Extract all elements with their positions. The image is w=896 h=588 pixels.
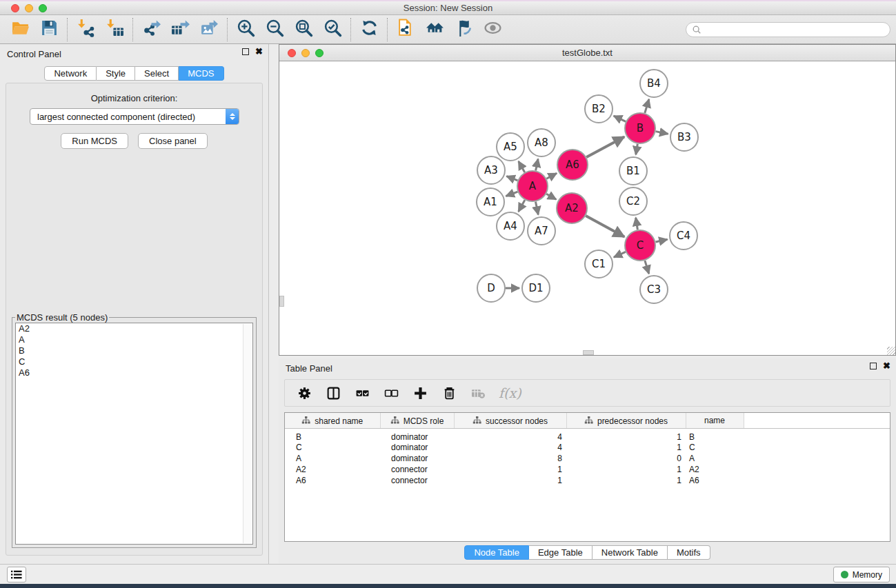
zoom-fit-button[interactable] <box>289 17 318 42</box>
network-minimize-button[interactable] <box>301 49 310 57</box>
graph-edge[interactable] <box>586 136 624 157</box>
save-session-button[interactable] <box>34 17 63 42</box>
mcds-result-item[interactable]: A <box>16 334 252 345</box>
resize-grip[interactable] <box>887 347 895 355</box>
memory-button[interactable]: Memory <box>833 567 890 582</box>
graph-node-B2[interactable]: B2 <box>585 95 613 123</box>
graph-node-A4[interactable]: A4 <box>497 212 524 240</box>
select-all-icon[interactable] <box>354 385 370 401</box>
close-panel-button[interactable]: Close panel <box>138 133 208 149</box>
run-mcds-button[interactable]: Run MCDS <box>61 133 128 149</box>
search-input[interactable] <box>705 24 884 34</box>
tab-node-table[interactable]: Node Table <box>464 545 529 560</box>
graph-node-B[interactable]: B <box>625 113 655 143</box>
graph-edge[interactable] <box>614 116 626 121</box>
column-header-name[interactable]: name <box>686 413 744 428</box>
vertical-scroll-thumb[interactable] <box>279 296 284 307</box>
graph-node-B3[interactable]: B3 <box>670 123 698 151</box>
show-column-icon[interactable] <box>325 385 341 401</box>
graph-edge[interactable] <box>645 99 649 113</box>
network-canvas[interactable]: B4B2BB3B1A5A8A6A3AA1C2A2A4A7C4CC1C3DD1 <box>279 61 895 355</box>
graph-node-C1[interactable]: C1 <box>585 250 613 278</box>
mcds-result-item[interactable]: B <box>16 345 252 356</box>
graph-edge[interactable] <box>586 216 624 237</box>
graph-node-A8[interactable]: A8 <box>528 129 555 156</box>
graph-node-D[interactable]: D <box>477 274 505 302</box>
graph-edge[interactable] <box>546 173 557 179</box>
network-close-button[interactable] <box>288 49 296 57</box>
tab-mcds[interactable]: MCDS <box>179 66 223 81</box>
graph-node-A1[interactable]: A1 <box>477 188 504 216</box>
graph-edge[interactable] <box>614 252 626 257</box>
graph-node-B1[interactable]: B1 <box>619 157 647 185</box>
close-table-panel-icon[interactable]: ✖ <box>883 363 890 369</box>
mcds-result-item[interactable]: A2 <box>16 323 252 334</box>
column-header-mcds-role[interactable]: MCDS role <box>380 413 454 428</box>
graph-node-A2[interactable]: A2 <box>557 193 587 223</box>
close-window-button[interactable] <box>11 4 19 12</box>
horizontal-scroll-thumb[interactable] <box>583 350 594 355</box>
home-button[interactable] <box>420 17 449 42</box>
graph-edge[interactable] <box>636 218 638 230</box>
criterion-select[interactable]: largest connected component (directed) <box>30 108 239 125</box>
graph-edge[interactable] <box>506 192 518 196</box>
float-panel-icon[interactable] <box>242 48 249 55</box>
column-header-successor-nodes[interactable]: successor nodes <box>454 413 566 428</box>
result-scrollbar[interactable] <box>243 324 252 543</box>
graph-edge[interactable] <box>519 200 525 212</box>
graph-node-C2[interactable]: C2 <box>619 187 647 215</box>
zoom-out-button[interactable] <box>260 17 289 42</box>
tab-motifs[interactable]: Motifs <box>668 545 710 560</box>
graph-edge[interactable] <box>536 202 539 215</box>
table-row[interactable]: A2connector11A2 <box>285 464 890 475</box>
graph-edge[interactable] <box>506 176 517 181</box>
graph-node-A6[interactable]: A6 <box>557 150 588 180</box>
graph-node-C3[interactable]: C3 <box>640 276 668 303</box>
table-settings-icon[interactable] <box>296 385 312 401</box>
export-table-button[interactable] <box>166 17 195 42</box>
close-panel-icon[interactable]: ✖ <box>255 48 263 55</box>
zoom-selected-button[interactable] <box>318 17 347 42</box>
tab-edge-table[interactable]: Edge Table <box>529 545 593 560</box>
import-network-button[interactable] <box>71 17 100 42</box>
add-column-icon[interactable] <box>412 385 428 401</box>
graph-node-A[interactable]: A <box>517 171 548 201</box>
graph-edge[interactable] <box>546 194 556 199</box>
graph-node-A3[interactable]: A3 <box>477 156 505 184</box>
table-row[interactable]: Cdominator41C <box>285 442 890 453</box>
minimize-window-button[interactable] <box>25 4 33 12</box>
column-header-shared-name[interactable]: shared name <box>285 413 380 428</box>
graph-node-D1[interactable]: D1 <box>522 274 550 302</box>
import-table-button[interactable] <box>100 17 129 42</box>
table-row[interactable]: Adominator80A <box>285 453 890 464</box>
graph-node-C4[interactable]: C4 <box>670 222 697 250</box>
float-table-panel-icon[interactable] <box>870 363 877 369</box>
table-row[interactable]: A6connector11A6 <box>285 475 890 486</box>
table-row[interactable]: Bdominator41B <box>285 428 890 442</box>
zoom-window-button[interactable] <box>39 4 47 12</box>
tab-network[interactable]: Network <box>44 66 97 81</box>
graph-edge[interactable] <box>645 261 649 274</box>
tab-network-table[interactable]: Network Table <box>593 545 668 560</box>
show-graphics-details-button[interactable] <box>478 17 507 42</box>
graph-edge[interactable] <box>656 239 668 242</box>
refresh-button[interactable] <box>355 17 384 42</box>
network-file-button[interactable] <box>391 17 420 42</box>
column-header-predecessor-nodes[interactable]: predecessor nodes <box>566 413 686 428</box>
graph-node-A7[interactable]: A7 <box>528 217 555 245</box>
graph-node-C[interactable]: C <box>625 230 655 261</box>
graph-edge[interactable] <box>519 161 525 172</box>
graph-edge[interactable] <box>636 144 638 155</box>
search-box[interactable] <box>686 22 890 37</box>
tab-style[interactable]: Style <box>97 66 135 81</box>
graph-node-A5[interactable]: A5 <box>497 133 524 161</box>
tab-select[interactable]: Select <box>135 66 179 81</box>
export-image-button[interactable] <box>195 17 223 42</box>
export-network-button[interactable] <box>137 17 166 42</box>
graph-edge[interactable] <box>536 159 539 171</box>
delete-column-icon[interactable] <box>441 385 457 401</box>
network-graph[interactable]: B4B2BB3B1A5A8A6A3AA1C2A2A4A7C4CC1C3DD1 <box>279 61 895 355</box>
open-file-button[interactable] <box>6 17 34 42</box>
deselect-all-icon[interactable] <box>383 385 399 401</box>
mcds-result-item[interactable]: A6 <box>16 367 252 378</box>
